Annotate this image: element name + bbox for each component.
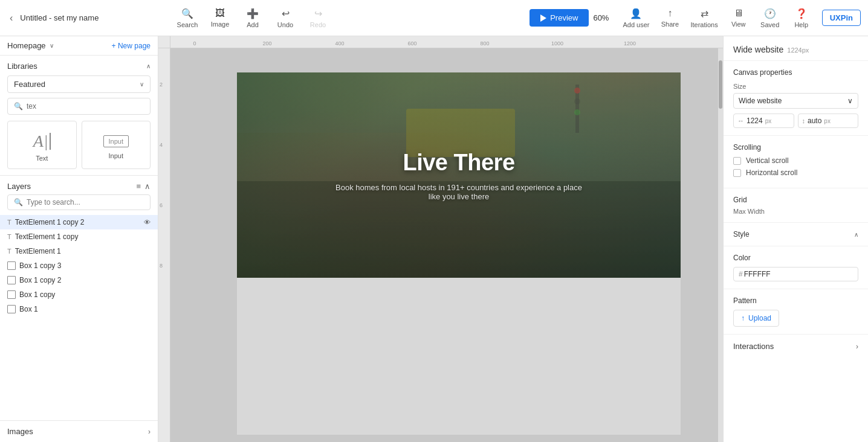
toolbar-center: 🔍 Search 🖼 Image ➕ Add ↩ Undo ↪ Redo [164,8,530,28]
upload-button[interactable]: ↑ Upload [733,310,779,327]
page-header: Homepage ∨ + New page [0,36,158,56]
page-chevron-icon[interactable]: ∨ [50,42,54,49]
add-icon: ➕ [247,8,259,19]
grid-section: Grid Max Width [724,188,868,223]
add-button[interactable]: ➕ Add [242,8,264,28]
layer-item-textelement1copy[interactable]: T TextElement 1 copy [0,229,158,244]
uxpin-button[interactable]: UXPin [822,10,861,26]
add-user-button[interactable]: 👤 Add user [623,8,649,28]
color-title: Color [733,254,858,262]
height-unit: px [824,118,831,124]
upload-icon: ↑ [741,314,745,322]
layer-name-textelement1: TextElement 1 [15,247,151,255]
zoom-level[interactable]: 60% [589,13,613,22]
color-section: Color # FFFFFF [724,246,868,289]
library-search-input[interactable] [27,102,144,110]
preview-button[interactable]: Preview [530,9,589,27]
layers-search-input[interactable] [27,198,144,207]
box-layer-icon [7,261,16,270]
layer-name-box1copy3: Box 1 copy 3 [19,261,151,270]
layer-name-textelement1copy: TextElement 1 copy [15,232,151,241]
style-header: Style ∧ [733,230,858,239]
pattern-title: Pattern [733,296,858,305]
add-label: Add [247,21,259,28]
vertical-scroll-checkbox[interactable] [733,157,741,165]
image-icon: 🖼 [215,8,225,19]
style-section: Style ∧ [724,223,868,246]
interactions-section[interactable]: Interactions › [724,335,868,358]
ruler-tick-200: 200 [262,40,271,46]
layer-visibility-icon[interactable]: 👁 [144,219,151,226]
components-grid: A| Text Input Input [0,121,158,175]
height-icon: ↕ [802,117,806,124]
canvas-area[interactable]: 0 200 400 600 800 1000 1200 2 4 6 8 [158,36,723,442]
images-label: Images [7,427,33,436]
text-component-label: Text [36,155,48,162]
layers-search-box: 🔍 [7,194,151,210]
input-component-icon: Input [103,135,129,147]
canvas-content: Live There Book homes from local hosts i… [170,48,723,442]
help-label: Help [794,21,808,28]
layers-sort-icon[interactable]: ≡ [136,182,141,191]
back-button[interactable]: ‹ [7,10,15,26]
ruler-tick-0: 0 [193,40,196,46]
text-component-icon: A| [33,133,51,150]
help-icon: ❓ [795,8,808,19]
search-label: Search [177,21,198,28]
share-button[interactable]: ↑ Share [659,8,681,28]
help-button[interactable]: ❓ Help [791,8,812,28]
size-inputs: ↔ 1224 px ↕ auto px [733,114,858,128]
view-button[interactable]: 🖥 View [728,8,750,28]
input-component[interactable]: Input Input [82,121,151,169]
height-input-box[interactable]: ↕ auto px [798,114,859,128]
layers-chevron-icon[interactable]: ∧ [144,182,151,191]
library-search-box: 🔍 [7,98,151,115]
view-icon: 🖥 [734,8,743,19]
horizontal-ruler: 0 200 400 600 800 1000 1200 [170,36,723,48]
undo-button[interactable]: ↩ Undo [274,8,296,28]
layers-label: Layers [7,182,31,191]
ruler-vtick-200: 2 [160,82,163,88]
size-dropdown[interactable]: Wide website ∨ [733,93,858,109]
layer-item-textelement1copy2[interactable]: T TextElement 1 copy 2 👁 [0,215,158,229]
text-component[interactable]: A| Text [7,121,77,169]
layer-name-textelement1copy2: TextElement 1 copy 2 [15,218,140,226]
canvas-frame: Live There Book homes from local hosts i… [237,72,681,435]
layer-item-box1copy3[interactable]: Box 1 copy 3 [0,258,158,273]
layer-item-textelement1[interactable]: T TextElement 1 [0,244,158,258]
search-button[interactable]: 🔍 Search [177,8,198,28]
layer-item-box1copy[interactable]: Box 1 copy [0,287,158,302]
featured-dropdown[interactable]: Featured ∨ [7,75,151,93]
libraries-chevron-icon[interactable]: ∧ [146,63,151,69]
layers-header-right: ≡ ∧ [136,182,151,191]
width-value: 1224 [747,117,763,125]
layer-item-box1copy2[interactable]: Box 1 copy 2 [0,273,158,287]
size-row: Size Wide website ∨ [733,83,858,109]
iterations-button[interactable]: ⇄ Iterations [690,8,717,28]
width-input-box[interactable]: ↔ 1224 px [733,114,794,128]
color-input-row[interactable]: # FFFFFF [733,267,858,281]
scrollbar-thumb[interactable] [719,60,722,109]
scrolling-title: Scrolling [733,143,858,152]
canvas-bottom [237,278,681,435]
images-section[interactable]: Images › [0,420,158,442]
ruler-corner [158,36,170,48]
layer-item-box1[interactable]: Box 1 [0,302,158,316]
saved-icon: 🕐 [764,8,776,19]
toolbar-right: 60% 👤 Add user ↑ Share ⇄ Iterations 🖥 Vi… [589,8,861,28]
style-collapse-icon[interactable]: ∧ [854,231,858,238]
width-unit: px [765,118,772,124]
right-panel: Wide website 1224px Canvas properties Si… [723,36,868,442]
hero-text-container: Live There Book homes from local hosts i… [237,72,681,278]
size-dropdown-arrow-icon: ∨ [847,97,853,105]
libraries-header: Libraries ∧ [0,56,158,75]
featured-label: Featured [14,80,45,89]
horizontal-scroll-row: Horizontal scroll [733,168,858,177]
redo-button[interactable]: ↪ Redo [307,8,329,28]
canvas-scrollbar[interactable] [718,48,723,442]
new-page-button[interactable]: + New page [112,42,151,50]
height-value: auto [808,117,821,125]
canvas-properties-title: Canvas properties [733,68,858,77]
image-button[interactable]: 🖼 Image [209,8,231,28]
horizontal-scroll-checkbox[interactable] [733,169,741,177]
